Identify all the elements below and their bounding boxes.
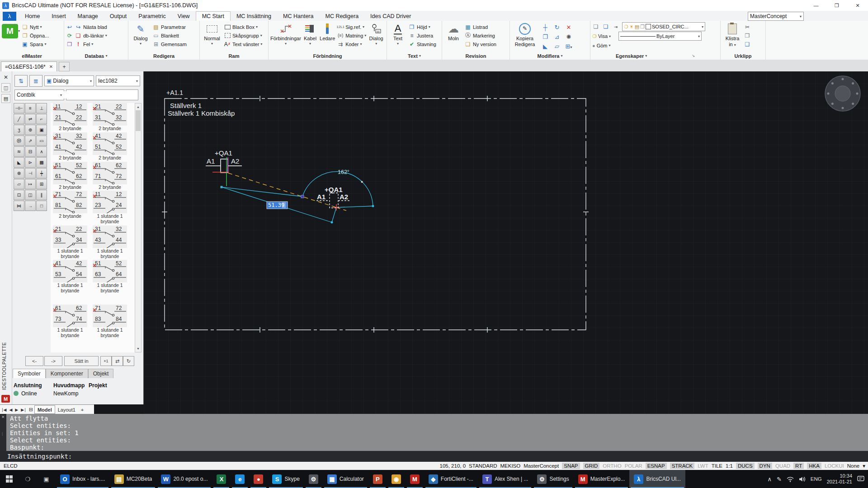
symbol-item-51-52[interactable]: 515263641 slutande 1 brytande	[92, 260, 127, 294]
symbol-item-41-42[interactable]: 414253541 slutande 1 brytande	[52, 260, 88, 294]
tab-layout1[interactable]: Layout1	[55, 407, 78, 413]
search-field[interactable]	[64, 91, 136, 99]
restore-button[interactable]: ❐	[826, 0, 847, 11]
ny-version-button[interactable]: ❏Ny version	[464, 40, 496, 48]
multi-wire-icon[interactable]: ≡	[25, 103, 36, 113]
motor-circle-icon[interactable]: ⊕	[25, 125, 36, 135]
symbol-item-51-52[interactable]: 515261622 brytande	[52, 162, 88, 190]
black-box-button[interactable]: Black Box▾	[224, 23, 262, 31]
klistra-special-button[interactable]: ❑	[744, 40, 751, 48]
application-button[interactable]: λ	[3, 12, 16, 21]
symbol-item-41-42[interactable]: 414251522 brytande	[92, 132, 127, 161]
chamfer-icon[interactable]: ◣	[543, 43, 547, 50]
layer-combo[interactable]: ❍ ☀ ▤ ❒ SOSED_CIRC... ▾	[622, 22, 705, 31]
palette-dock-icon[interactable]: ◫	[1, 83, 10, 92]
trapezoid-icon[interactable]: ◣	[14, 157, 24, 168]
new-tab-button[interactable]: +	[59, 62, 70, 71]
text-vanster-button[interactable]: A✗Text vänster▾	[224, 40, 262, 48]
normal-ram-button[interactable]: Normal▾	[202, 21, 222, 52]
kopiera-urklipp-button[interactable]: ❐	[744, 31, 751, 40]
scroll-up-icon[interactable]: ▲	[135, 104, 141, 110]
tab-objekt[interactable]: Objekt	[88, 369, 114, 378]
symbol-search-input[interactable]	[66, 89, 138, 100]
status-toggle-standard[interactable]: STANDARD	[469, 463, 497, 469]
minimize-button[interactable]: —	[806, 0, 826, 11]
menu-tab-mc-redigera[interactable]: MC Redigera	[319, 12, 364, 21]
tab-komponenter[interactable]: Komponenter	[46, 369, 88, 378]
klistra-in-button[interactable]: Klistra in ▾	[722, 21, 742, 52]
listrad-button[interactable]: ▦Listrad	[464, 23, 496, 31]
aux-box-icon[interactable]: ▣	[36, 125, 47, 135]
symbol-item-31-32[interactable]: 313241422 brytande	[52, 132, 88, 161]
next-sheet-icon[interactable]: ▶	[14, 408, 19, 412]
fel-button[interactable]: !Fel▾	[75, 40, 107, 48]
close-button[interactable]: ✕	[847, 0, 868, 11]
dot-box-icon[interactable]: ⊡	[14, 190, 24, 200]
browser-combo[interactable]: ▣ Dialog▾	[44, 75, 94, 86]
dynamic-input-field[interactable]: 51.39	[267, 202, 288, 209]
text-button[interactable]: A Text▾	[389, 21, 407, 52]
component-arrow-icon[interactable]: ⇗	[25, 136, 36, 146]
tab-close-icon[interactable]: ✕	[49, 64, 53, 69]
layers-blue-icon[interactable]: ❏	[602, 23, 609, 30]
markering-button[interactable]: ⒶMarkering	[464, 31, 496, 40]
command-close-icon[interactable]: ✕	[0, 414, 6, 419]
contact-icon[interactable]: ⊣⊢	[14, 103, 24, 113]
sheet-list-icon[interactable]: ⊟	[28, 407, 34, 413]
document-tab[interactable]: =G1&EFS1-106* ✕	[1, 61, 57, 71]
status-toggle-lwt[interactable]: LWT	[698, 463, 708, 469]
insert-button[interactable]: Sätt in	[64, 356, 99, 366]
last-sheet-icon[interactable]: ▶∣	[19, 408, 27, 412]
scale-icon[interactable]: ▱	[555, 43, 559, 50]
scroll-thumb[interactable]	[136, 110, 141, 131]
moln-button[interactable]: ☁ Moln	[444, 21, 463, 52]
ledare-button[interactable]: Ledare	[319, 21, 335, 52]
layer-translate-icon[interactable]: ⇥	[612, 23, 619, 30]
workspace-combo[interactable]: MasterConcept▾	[748, 12, 804, 21]
drawing-canvas[interactable]: +A1.1 Ställverk 1 Ställverk 1 Kombiskåp …	[144, 71, 868, 414]
mirror-icon[interactable]: ⊿	[555, 33, 560, 40]
menu-tab-mc-hantera[interactable]: MC Hantera	[277, 12, 319, 21]
plus-box-icon[interactable]: ⊞	[36, 179, 47, 189]
foregaende-blad-button[interactable]: ↩	[66, 23, 73, 31]
taskbar-item-masterexplorer[interactable]: MMasterExplo...	[574, 470, 630, 488]
capacitor-icon[interactable]: ⊣	[25, 168, 36, 178]
command-history[interactable]: Att flyttaSelect entities:Entities in se…	[6, 414, 868, 451]
nytt-button[interactable]: ❏Nytt▾	[21, 23, 49, 31]
palette-close-icon[interactable]: ✕	[2, 73, 10, 81]
palette-menu-icon[interactable]: ▤	[1, 94, 10, 103]
taskbar-item-calculator[interactable]: ▦Calculator	[323, 470, 368, 488]
taskbar-item-gear-tool[interactable]: ⚙	[304, 470, 323, 488]
status-toggle-snap[interactable]: SNAP	[562, 463, 580, 469]
array-icon[interactable]: ⊞▾	[566, 43, 572, 50]
add-layout-button[interactable]: +	[78, 407, 86, 413]
dialog-redigera-button[interactable]: ✎ Dialog▾	[130, 21, 151, 52]
taskbar-item-browser-blue[interactable]: e	[231, 470, 249, 488]
ground-icon[interactable]: ⊥	[36, 103, 47, 113]
kabel-button[interactable]: Kabel▾	[302, 21, 318, 52]
taskbar-item-forticlient[interactable]: ◆FortiClient -...	[424, 470, 478, 488]
menu-tab-output[interactable]: Output	[104, 12, 133, 21]
wifi-icon[interactable]	[787, 476, 794, 482]
symbol-item-61-62[interactable]: 616273741 slutande 1 brytande	[52, 305, 88, 338]
koder-button[interactable]: ⇉Koder▾	[337, 40, 366, 48]
prev-page-button[interactable]: <-	[25, 356, 43, 366]
tray-expand-icon[interactable]: ∧	[767, 476, 772, 483]
menu-tab-manage[interactable]: Manage	[72, 12, 104, 21]
matning-button[interactable]: (≡)Matning▾	[337, 31, 366, 40]
delete-icon[interactable]: ✕	[566, 24, 571, 31]
symbol-list-scrollbar[interactable]: ▲ ▼	[135, 103, 142, 352]
coil-icon[interactable]: ʒ	[14, 125, 24, 135]
status-toggle-rt[interactable]: RT	[793, 463, 804, 469]
symbol-item-11-12[interactable]: 111223241 slutande 1 brytande	[92, 191, 127, 225]
bowtie-icon[interactable]: ⋈	[14, 201, 24, 211]
taskbar-item-bricscad[interactable]: λBricsCAD Ul...	[629, 470, 685, 488]
taskbar-item-skype[interactable]: SSkype	[268, 470, 304, 488]
parallel-icon[interactable]: ∥	[36, 190, 47, 200]
status-toggle-coordinates[interactable]: 105, 210, 0	[440, 463, 466, 469]
status-toggle-quad[interactable]: QUAD	[775, 463, 790, 469]
visa-button[interactable]: ❍Visa▾	[592, 32, 616, 41]
taskbar-item-explorer-mc20beta[interactable]: ▤MC20Beta	[110, 470, 157, 488]
justera-button[interactable]: ≡Justera	[408, 31, 436, 40]
tab-model[interactable]: Model	[34, 405, 55, 414]
